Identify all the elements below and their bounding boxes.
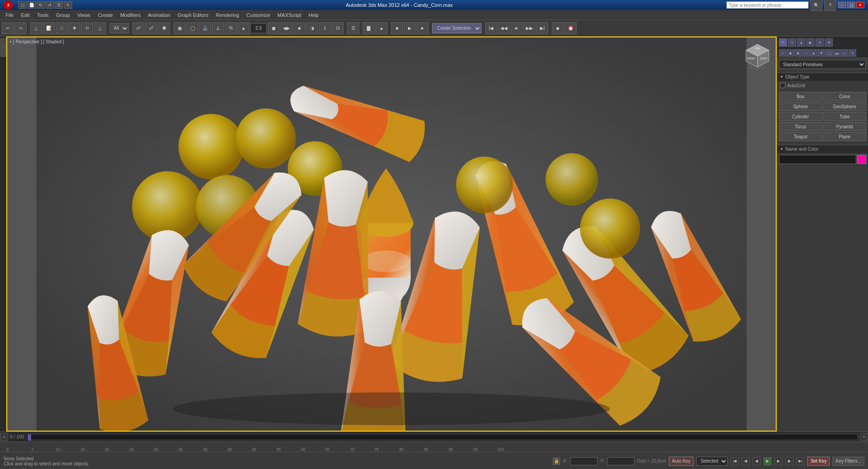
menu-graph-editors[interactable]: Graph Editors — [174, 11, 212, 19]
last-frame-btn[interactable]: ▶| — [536, 22, 548, 34]
layer-mgr-btn[interactable]: ☰ — [347, 22, 359, 34]
select-by-name-btn[interactable]: 📝 — [43, 22, 55, 34]
selected-dropdown[interactable]: Selected — [696, 457, 728, 466]
torus-btn[interactable]: Torus — [779, 122, 822, 131]
rp-sub-icon-9[interactable]: ▷ — [841, 49, 848, 57]
rp-sub-icon-8[interactable]: ▬ — [833, 49, 841, 57]
select-obj-btn[interactable]: △ — [30, 22, 42, 34]
next-frame-btn[interactable]: ▶▶ — [524, 22, 535, 34]
time-config-btn[interactable]: ⏰ — [565, 22, 577, 34]
transport-next[interactable]: ▶ — [774, 457, 783, 465]
place-high-btn[interactable]: ⇓ — [319, 22, 331, 34]
mirror-btn[interactable]: ◼ — [268, 22, 280, 34]
scale-btn[interactable]: △ — [94, 22, 106, 34]
rp-icon-create[interactable]: ✎ — [779, 38, 787, 47]
keyfilters-btn[interactable]: Key Filters... — [832, 457, 864, 466]
curve-editor-btn[interactable]: ▇ — [363, 22, 375, 34]
lsb-btn-1[interactable]: ⋮ — [0, 38, 6, 57]
quick-render-btn[interactable]: ► — [417, 22, 429, 34]
search-btn[interactable]: 🔍 — [810, 0, 822, 11]
menu-create[interactable]: Create — [94, 11, 116, 19]
bind-space-warp-btn[interactable]: ⚉ — [158, 22, 170, 34]
unlink-btn[interactable]: ☍ — [145, 22, 157, 34]
menu-customize[interactable]: Customize — [243, 11, 274, 19]
plane-btn[interactable]: Plane — [823, 132, 867, 141]
move-btn[interactable]: ✚ — [69, 22, 80, 34]
menu-file[interactable]: File — [2, 11, 17, 19]
rp-sub-icon-7[interactable]: ◯ — [826, 49, 833, 57]
title-btn-6[interactable]: ✎ — [64, 1, 72, 9]
object-type-header[interactable]: ▼ Object Type — [777, 73, 868, 81]
transport-next-key[interactable]: ▶ — [785, 457, 794, 465]
redo-btn[interactable]: ↪ — [15, 22, 26, 34]
box-btn[interactable]: Box — [779, 92, 822, 101]
pyramid-btn[interactable]: Pyramid — [823, 122, 867, 131]
menu-rendering[interactable]: Rendering — [212, 11, 243, 19]
title-btn-4[interactable]: ↺ — [46, 1, 54, 9]
view-reference-btn[interactable]: ▣ — [174, 22, 185, 34]
angle-snap-btn[interactable]: ∠ — [212, 22, 224, 34]
title-btn-1[interactable]: ◻ — [18, 1, 26, 9]
menu-tools[interactable]: Tools — [33, 11, 53, 19]
align-btn[interactable]: ◀▶ — [281, 22, 292, 34]
transport-prev-key[interactable]: ◀ — [741, 457, 750, 465]
align-cam-btn[interactable]: ☊ — [332, 22, 344, 34]
viewport[interactable]: + [ Perspective ] [ Shaded ] TOP RIGHT F… — [6, 37, 777, 432]
snap-size-input[interactable] — [250, 23, 267, 33]
rp-sub-icon-1[interactable]: ◇ — [779, 49, 786, 57]
pct-snap-btn[interactable]: % — [225, 22, 237, 34]
link-btn[interactable]: ☍ — [132, 22, 144, 34]
material-editor-btn[interactable]: ■ — [391, 22, 403, 34]
rp-sub-icon-6[interactable]: ▼ — [818, 49, 825, 57]
transport-first[interactable]: |◀ — [730, 457, 739, 465]
rotate-btn[interactable]: ↻ — [81, 22, 93, 34]
create-selection-dropdown[interactable]: Create Selection — [432, 23, 482, 33]
menu-help[interactable]: Help — [305, 11, 323, 19]
all-dropdown[interactable]: All — [110, 23, 129, 33]
lock-icon[interactable]: 🔒 — [553, 458, 560, 465]
first-frame-btn[interactable]: |◀ — [485, 22, 497, 34]
transport-prev[interactable]: ◀ — [752, 457, 761, 465]
sch-view-btn[interactable]: ▲ — [376, 22, 387, 34]
rp-icon-motion[interactable]: ▶ — [806, 38, 815, 47]
rp-sub-icon-5[interactable]: ▲ — [810, 49, 817, 57]
quick-align-btn[interactable]: ■ — [293, 22, 305, 34]
minimize-button[interactable]: − — [838, 2, 846, 8]
transport-play[interactable]: ▶ — [763, 457, 772, 465]
x-coord-input[interactable] — [570, 457, 598, 465]
rp-icon-modify[interactable]: ✎ — [788, 38, 796, 47]
menu-views[interactable]: Views — [74, 11, 94, 19]
menu-edit[interactable]: Edit — [17, 11, 33, 19]
menu-group[interactable]: Group — [52, 11, 74, 19]
snap-3d-btn[interactable]: ⚓ — [199, 22, 211, 34]
timeline-track[interactable] — [28, 434, 858, 440]
name-color-header[interactable]: ▼ Name and Color — [777, 145, 868, 153]
play-btn[interactable]: ► — [511, 22, 523, 34]
close-button[interactable]: ✕ — [856, 2, 864, 8]
transport-last[interactable]: ▶| — [796, 457, 804, 465]
help-btn[interactable]: ? — [824, 0, 836, 11]
viewport-cube[interactable]: TOP RIGHT FRONT — [744, 42, 771, 69]
spinner-snap-btn[interactable]: ▲ — [238, 22, 249, 34]
timeline-right-btn[interactable]: > — [860, 433, 868, 441]
title-btn-3[interactable]: ↻ — [37, 1, 45, 9]
object-name-input[interactable] — [779, 155, 856, 164]
rp-sub-icon-2[interactable]: ◆ — [787, 49, 794, 57]
title-btn-2[interactable]: 📄 — [27, 1, 36, 9]
autokey-btn[interactable]: Auto Key — [669, 457, 694, 466]
rp-icon-utilities[interactable]: ⚒ — [825, 38, 833, 47]
primitives-select[interactable]: Standard Primitives — [779, 60, 866, 69]
menu-modifiers[interactable]: Modifiers — [116, 11, 144, 19]
normal-align-btn[interactable]: ◑ — [306, 22, 318, 34]
keyword-search[interactable] — [726, 1, 809, 9]
color-swatch[interactable] — [857, 155, 866, 164]
select-region-btn[interactable]: □ — [56, 22, 68, 34]
title-btn-5[interactable]: ☰ — [55, 1, 63, 9]
rp-icon-display[interactable]: ☀ — [815, 38, 824, 47]
cylinder-btn[interactable]: Cylinder — [779, 112, 822, 121]
key-mode-btn[interactable]: ◆ — [552, 22, 564, 34]
tube-btn[interactable]: Tube — [823, 112, 867, 121]
setkey-btn[interactable]: Set Key — [807, 457, 830, 466]
rp-icon-hierarchy[interactable]: ▲ — [797, 38, 805, 47]
geosphere-btn[interactable]: GeoSphere — [823, 102, 867, 111]
